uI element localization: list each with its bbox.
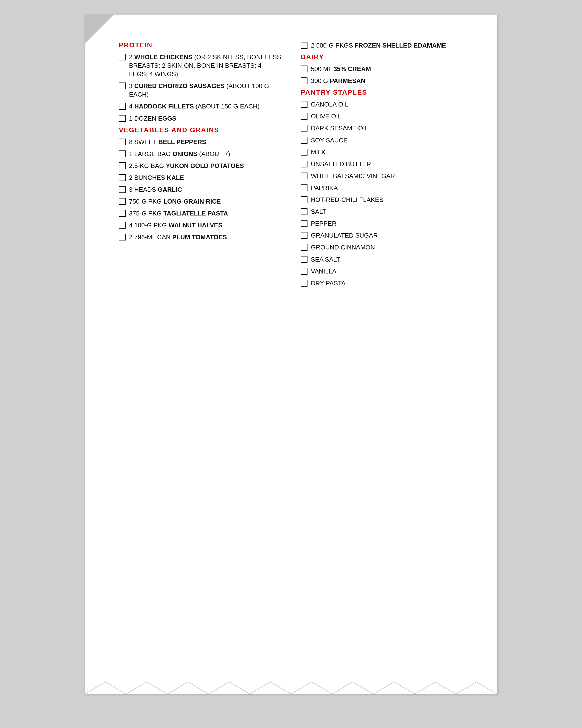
list-item[interactable]: WHITE BALSAMIC VINEGAR <box>301 172 463 180</box>
section-dairy: DAIRY500 ML 35% CREAM300 G PARMESAN <box>301 53 463 85</box>
list-item[interactable]: PEPPER <box>301 219 463 228</box>
list-item[interactable]: 2 BUNCHES KALE <box>119 174 281 182</box>
checkbox[interactable] <box>301 125 307 132</box>
checkbox[interactable] <box>119 210 126 217</box>
list-item[interactable]: PAPRIKA <box>301 184 463 192</box>
list-item[interactable]: CANOLA OIL <box>301 100 463 109</box>
grocery-list-page: PROTEIN2 WHOLE CHICKENS (OR 2 SKINLESS, … <box>85 15 497 694</box>
list-item[interactable]: 300 G PARMESAN <box>301 77 463 85</box>
list-item[interactable]: 1 DOZEN EGGS <box>119 114 281 123</box>
item-text: OLIVE OIL <box>311 112 463 121</box>
list-item[interactable]: 375-G PKG TAGLIATELLE PASTA <box>119 209 281 218</box>
checkbox[interactable] <box>301 113 307 120</box>
list-item[interactable]: 4 100-G PKG WALNUT HALVES <box>119 221 281 230</box>
checkbox[interactable] <box>301 280 307 287</box>
item-text: 750-G PKG LONG-GRAIN RICE <box>129 197 281 206</box>
item-text: CANOLA OIL <box>311 100 463 109</box>
left-column: PROTEIN2 WHOLE CHICKENS (OR 2 SKINLESS, … <box>119 41 281 291</box>
checkbox[interactable] <box>119 151 126 157</box>
checkbox[interactable] <box>119 103 126 110</box>
list-item[interactable]: 2 796-ML CAN PLUM TOMATOES <box>119 233 281 241</box>
section-title: PROTEIN <box>119 41 281 49</box>
checkbox[interactable] <box>119 198 126 205</box>
list-item[interactable]: 2 WHOLE CHICKENS (OR 2 SKINLESS, BONELES… <box>119 53 281 78</box>
item-text: PEPPER <box>311 219 463 228</box>
list-item[interactable]: GROUND CINNAMON <box>301 243 463 252</box>
checkbox[interactable] <box>119 222 126 229</box>
checkbox[interactable] <box>119 115 126 122</box>
list-item[interactable]: 2 500-G PKGS FROZEN SHELLED EDAMAME <box>301 41 463 50</box>
checkbox[interactable] <box>301 77 307 84</box>
item-text: 4 100-G PKG WALNUT HALVES <box>129 221 281 230</box>
item-text: UNSALTED BUTTER <box>311 160 463 168</box>
list-item[interactable]: 3 HEADS GARLIC <box>119 185 281 194</box>
checkbox[interactable] <box>301 220 307 227</box>
checkbox[interactable] <box>301 66 307 72</box>
checkbox[interactable] <box>119 186 126 193</box>
content-grid: PROTEIN2 WHOLE CHICKENS (OR 2 SKINLESS, … <box>114 41 468 291</box>
checkbox[interactable] <box>301 208 307 215</box>
item-text: MILK <box>311 148 463 157</box>
section-protein: PROTEIN2 WHOLE CHICKENS (OR 2 SKINLESS, … <box>119 41 281 123</box>
checkbox[interactable] <box>119 234 126 240</box>
section-title: VEGETABLES AND GRAINS <box>119 126 281 134</box>
section-vegetables-grains: VEGETABLES AND GRAINS8 SWEET BELL PEPPER… <box>119 126 281 242</box>
checkbox[interactable] <box>301 244 307 251</box>
list-item[interactable]: 3 CURED CHORIZO SAUSAGES (ABOUT 100 G EA… <box>119 82 281 99</box>
item-text: 2 BUNCHES KALE <box>129 174 281 182</box>
list-item[interactable]: UNSALTED BUTTER <box>301 160 463 168</box>
item-text: 3 CURED CHORIZO SAUSAGES (ABOUT 100 G EA… <box>129 82 281 99</box>
list-item[interactable]: SEA SALT <box>301 255 463 264</box>
checkbox[interactable] <box>301 137 307 144</box>
list-item[interactable]: SALT <box>301 207 463 216</box>
list-item[interactable]: HOT-RED-CHILI FLAKES <box>301 196 463 204</box>
list-item[interactable]: 1 LARGE BAG ONIONS (ABOUT 7) <box>119 150 281 158</box>
checkbox[interactable] <box>119 82 126 89</box>
item-text: 1 DOZEN EGGS <box>129 114 281 123</box>
checkbox[interactable] <box>301 232 307 239</box>
item-text: SALT <box>311 207 463 216</box>
checkbox[interactable] <box>301 256 307 263</box>
item-text: SEA SALT <box>311 255 463 264</box>
list-item[interactable]: DRY PASTA <box>301 279 463 288</box>
checkbox[interactable] <box>301 173 307 179</box>
item-text: VANILLA <box>311 267 463 276</box>
section-right-protein-cont: 2 500-G PKGS FROZEN SHELLED EDAMAME <box>301 41 463 50</box>
checkbox[interactable] <box>301 101 307 108</box>
list-item[interactable]: SOY SAUCE <box>301 136 463 145</box>
item-text: DRY PASTA <box>311 279 463 288</box>
checkbox[interactable] <box>301 196 307 203</box>
checkbox[interactable] <box>119 138 126 145</box>
section-title: DAIRY <box>301 53 463 61</box>
checkbox[interactable] <box>301 149 307 156</box>
item-text: 375-G PKG TAGLIATELLE PASTA <box>129 209 281 218</box>
list-item[interactable]: MILK <box>301 148 463 157</box>
list-item[interactable]: GRANULATED SUGAR <box>301 231 463 240</box>
list-item[interactable]: DARK SESAME OIL <box>301 124 463 132</box>
checkbox[interactable] <box>301 184 307 191</box>
list-item[interactable]: OLIVE OIL <box>301 112 463 121</box>
list-item[interactable]: 4 HADDOCK FILLETS (ABOUT 150 G EACH) <box>119 102 281 111</box>
item-text: SOY SAUCE <box>311 136 463 145</box>
checkbox[interactable] <box>301 42 307 49</box>
checkbox[interactable] <box>301 161 307 167</box>
item-text: GRANULATED SUGAR <box>311 231 463 240</box>
list-item[interactable]: VANILLA <box>301 267 463 276</box>
checkbox[interactable] <box>301 268 307 275</box>
item-text: GROUND CINNAMON <box>311 243 463 252</box>
list-item[interactable]: 500 ML 35% CREAM <box>301 65 463 73</box>
checkbox[interactable] <box>119 54 126 60</box>
item-text: 4 HADDOCK FILLETS (ABOUT 150 G EACH) <box>129 102 281 111</box>
zigzag-decoration <box>85 679 497 694</box>
list-item[interactable]: 750-G PKG LONG-GRAIN RICE <box>119 197 281 206</box>
item-text: 2 WHOLE CHICKENS (OR 2 SKINLESS, BONELES… <box>129 53 281 78</box>
list-item[interactable]: 8 SWEET BELL PEPPERS <box>119 138 281 146</box>
item-text: WHITE BALSAMIC VINEGAR <box>311 172 463 180</box>
item-text: 2.5-KG BAG YUKON GOLD POTATOES <box>129 162 281 170</box>
list-item[interactable]: 2.5-KG BAG YUKON GOLD POTATOES <box>119 162 281 170</box>
checkbox[interactable] <box>119 174 126 181</box>
item-text: 300 G PARMESAN <box>311 77 463 85</box>
checkbox[interactable] <box>119 162 126 169</box>
item-text: 3 HEADS GARLIC <box>129 185 281 194</box>
item-text: 2 500-G PKGS FROZEN SHELLED EDAMAME <box>311 41 463 50</box>
